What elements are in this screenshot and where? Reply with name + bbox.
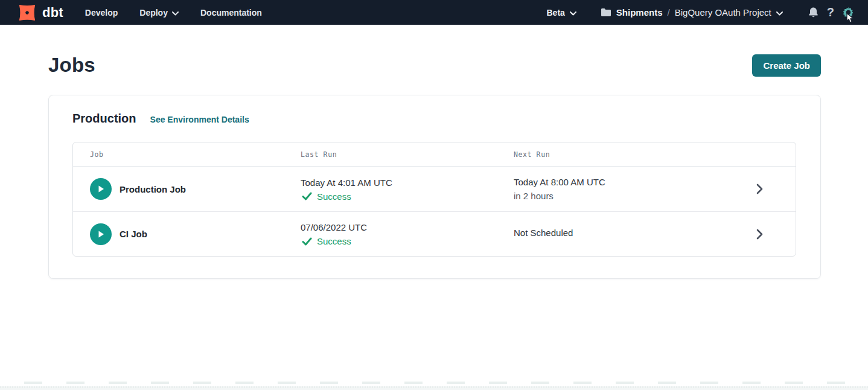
see-environment-details-link[interactable]: See Environment Details [150,115,249,124]
environment-header: Production See Environment Details [72,112,796,126]
create-job-button[interactable]: Create Job [752,54,821,77]
breadcrumb-separator: / [668,7,670,18]
environment-name[interactable]: BigQuery OAuth Project [675,7,771,18]
help-button[interactable]: ? [827,5,834,19]
project-breadcrumb: Shipments / BigQuery OAuth Project [601,7,783,18]
status-label: Success [317,236,351,246]
next-run-note: in 2 hours [514,190,723,202]
chevron-right-icon [756,184,763,194]
job-name: CI Job [120,229,147,239]
last-run-time: 07/06/2022 UTC [301,222,514,234]
last-run-time: Today At 4:01 AM UTC [301,177,514,189]
folder-icon [601,8,611,17]
chevron-down-icon [776,7,783,18]
check-icon [302,237,312,246]
nav-link-develop[interactable]: Develop [85,8,118,18]
notifications-button[interactable] [808,7,819,19]
next-run-time: Not Scheduled [514,227,723,239]
nav-link-deploy[interactable]: Deploy [139,8,179,18]
run-job-button[interactable] [90,178,112,200]
project-name[interactable]: Shipments [616,7,663,18]
bell-icon [808,7,819,19]
check-icon [302,192,312,200]
page-title: Jobs [48,54,95,77]
job-name: Production Job [120,184,186,194]
settings-button[interactable] [842,6,855,19]
dbt-logo-icon [16,1,39,24]
play-icon [96,184,106,194]
question-icon: ? [827,5,834,19]
mouse-cursor-icon [846,13,855,25]
chevron-down-icon [172,8,179,18]
job-status: Success [301,236,514,246]
page-header: Jobs Create Job [48,54,821,77]
dbt-logo[interactable]: dbt [16,1,63,24]
play-icon [96,229,106,239]
column-header-last-run: Last Run [301,150,514,159]
top-nav: dbt Develop Deploy Documentation Beta [0,0,868,25]
jobs-table: Job Last Run Next Run Production Job Tod… [72,142,796,257]
next-run-time: Today At 8:00 AM UTC [514,176,723,188]
column-header-next-run: Next Run [514,150,723,159]
environment-title: Production [72,112,136,126]
run-job-button[interactable] [90,223,112,245]
page-bottom-dashes [0,382,868,384]
chevron-down-icon [570,8,576,18]
column-header-job: Job [73,150,301,159]
production-environment-card: Production See Environment Details Job L… [48,95,821,279]
job-row-production[interactable]: Production Job Today At 4:01 AM UTC Succ… [73,167,796,211]
chevron-right-icon [756,229,763,240]
logo-wordmark: dbt [42,6,63,19]
page-bottom-band [0,386,868,390]
status-label: Success [317,191,351,202]
job-row-ci[interactable]: CI Job 07/06/2022 UTC Success Not Schedu… [73,211,796,256]
table-header-row: Job Last Run Next Run [73,142,796,167]
beta-dropdown[interactable]: Beta [546,8,576,18]
job-status: Success [301,191,514,202]
nav-link-documentation[interactable]: Documentation [200,8,262,18]
